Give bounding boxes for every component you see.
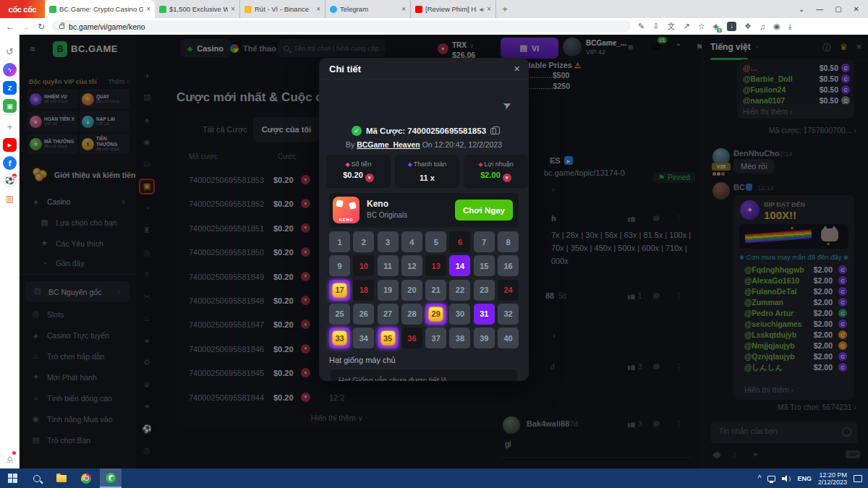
edge-icon[interactable]: ▣ [3, 99, 17, 113]
browser-tab[interactable]: Rút - Ví - Binance × [240, 0, 326, 18]
rail-category-icon[interactable]: ✂ [139, 288, 155, 304]
rail-category-icon[interactable]: ♗ [139, 267, 155, 283]
sidebar-menu-item[interactable]: ★ Các Yêu thích [20, 233, 136, 254]
vip-card[interactable]: $ TIỀN THƯỞNGđã mở khoá [80, 134, 129, 154]
browser-tab[interactable]: [Review Phim] HÀO QUA ◀) × [411, 0, 496, 18]
rail-category-icon[interactable]: ◉ [139, 134, 155, 150]
browser-tab[interactable]: Telegram × [326, 0, 411, 18]
comment-icon[interactable] [653, 293, 660, 299]
keno-cell[interactable]: 4 [401, 231, 422, 252]
edge-icon[interactable]: ▶ [3, 138, 17, 152]
keno-cell[interactable]: 7 [474, 231, 495, 252]
winner-username[interactable]: @しんしん [744, 363, 783, 373]
keno-cell[interactable]: 11 [378, 255, 399, 276]
edge-icon[interactable]: f [3, 156, 17, 170]
rail-category-icon[interactable]: ● [139, 333, 155, 348]
comment-icon[interactable] [653, 421, 660, 427]
rail-category-icon[interactable]: ◔ [139, 200, 155, 216]
winner-username[interactable]: @seiuchigames [744, 320, 802, 328]
more-options-icon[interactable]: ⋮ [675, 291, 683, 301]
edge-icon[interactable]: ϟ [3, 63, 17, 77]
avatar[interactable] [503, 416, 520, 434]
keno-cell[interactable]: 40 [498, 328, 519, 348]
new-tab-button[interactable]: + [496, 0, 514, 18]
media-icon[interactable]: ♫ [760, 22, 765, 31]
sidebar-menu-item[interactable]: ≈ Tính biến động cao [20, 388, 136, 408]
keno-cell[interactable]: 22 [449, 280, 470, 301]
keno-game-icon[interactable]: KENO [333, 197, 359, 223]
more-options-icon[interactable]: ⋮ [675, 214, 683, 223]
keno-cell[interactable]: 34 [353, 328, 374, 348]
gif-button[interactable]: GIF [846, 450, 860, 458]
vip-card[interactable]: ▲ NẠP LẠIVIP 22 [80, 111, 129, 132]
tab-close-icon[interactable]: × [146, 5, 150, 13]
keno-cell[interactable]: 9 [329, 255, 350, 276]
edge-icon[interactable]: + [3, 120, 17, 134]
share-icon[interactable]: ➤ [501, 98, 513, 111]
rocket-icon[interactable]: ➤ [752, 450, 758, 458]
bet-author-link[interactable]: BCGame_Heaven [357, 140, 420, 149]
keno-cell[interactable]: 39 [474, 328, 495, 348]
keno-cell[interactable]: 31 [474, 304, 495, 325]
keno-cell[interactable]: 30 [449, 304, 470, 325]
chat-username[interactable]: ĐenNhuCho [733, 149, 780, 158]
table-row[interactable]: 74000250695581844 $0.20 ▼ 12:2 [176, 387, 498, 411]
show-more-button[interactable]: Hiển thị thêm › [744, 385, 793, 394]
bookmark-icon[interactable]: ☆ [698, 22, 705, 31]
show-more-button[interactable]: Hiển thị thêm ∨ [176, 414, 498, 422]
rail-category-icon[interactable]: ◎ [139, 244, 155, 260]
tab-close-icon[interactable]: × [487, 5, 491, 13]
rail-category-icon[interactable]: ◎ [139, 443, 155, 459]
close-button[interactable]: ✕ [854, 5, 859, 13]
action-center-icon[interactable] [854, 475, 862, 482]
keno-cell[interactable]: 15 [474, 255, 495, 276]
forward-button[interactable]: → [22, 22, 30, 32]
sidebar-menu-item[interactable]: ⚄ BC Nguyên gốc › [25, 281, 130, 302]
topic-link[interactable]: bc.game/topic/13174-0 [544, 168, 625, 177]
minimize-button[interactable]: — [816, 5, 823, 13]
chrome-icon[interactable] [75, 468, 97, 488]
rail-category-icon[interactable]: ⚙ [139, 355, 155, 371]
keno-cell[interactable]: 3 [378, 231, 399, 252]
translate-icon[interactable]: 文 [668, 21, 676, 32]
keno-cell[interactable]: 2 [353, 231, 374, 252]
emoji-icon[interactable]: ‿ [842, 427, 851, 437]
system-clock[interactable]: 12:20 PM 2/12/2023 [818, 471, 847, 486]
edge-icon[interactable]: ↺ [3, 45, 17, 59]
profile-icon[interactable]: ◉ [773, 22, 780, 31]
edge-icon[interactable]: ⋯ [3, 455, 17, 469]
winner-username[interactable]: @… [743, 64, 758, 72]
like-icon[interactable] [628, 215, 635, 222]
bcgame-logo-icon[interactable]: B [53, 41, 67, 57]
more-options-icon[interactable]: ⋮ [675, 362, 683, 372]
winner-username[interactable]: @Fusiion24 [743, 85, 786, 94]
game-id-link[interactable]: Mã Trò chơi: 5674231 › [778, 403, 856, 411]
keno-cell[interactable]: 1 [329, 231, 350, 252]
sidebar-menu-item[interactable]: ♦ Casino ∨ [20, 191, 136, 212]
trophy-icon[interactable]: ♛ [840, 42, 848, 52]
keno-cell[interactable]: 5 [425, 231, 446, 252]
keno-cell[interactable]: 10 [353, 255, 374, 276]
taskbar-search-icon[interactable] [26, 468, 48, 488]
lock-icon[interactable] [59, 25, 64, 29]
rail-category-icon[interactable]: ♛ [139, 377, 155, 393]
modal-close-icon[interactable]: × [514, 62, 520, 74]
chat-username[interactable]: BC [733, 183, 745, 192]
rail-category-icon[interactable]: ♨ [139, 311, 155, 327]
rail-category-icon[interactable]: ⚽ [139, 421, 155, 437]
game-name[interactable]: Keno [367, 199, 388, 209]
rail-category-icon[interactable]: ⚄ [139, 90, 155, 106]
verified-icon[interactable]: ✓ [352, 126, 362, 136]
keno-cell[interactable]: 32 [498, 304, 519, 325]
bcgame-logo-text[interactable]: BC.GAME [71, 43, 118, 54]
start-button[interactable] [1, 468, 23, 488]
keno-cell[interactable]: 23 [474, 280, 495, 301]
rules-link[interactable]: ES▶ [550, 156, 573, 165]
sidebar-toggle-icon[interactable]: ≡ [30, 43, 35, 54]
vip-more-link[interactable]: Thêm › [108, 78, 129, 85]
tray-expand-icon[interactable]: ^ [758, 474, 762, 482]
chat-language-tab[interactable]: Tiếng việt [710, 42, 751, 52]
comment-icon[interactable] [653, 215, 660, 221]
keno-cell[interactable]: 24 [498, 280, 519, 301]
keno-cell[interactable]: 35 [378, 328, 399, 348]
